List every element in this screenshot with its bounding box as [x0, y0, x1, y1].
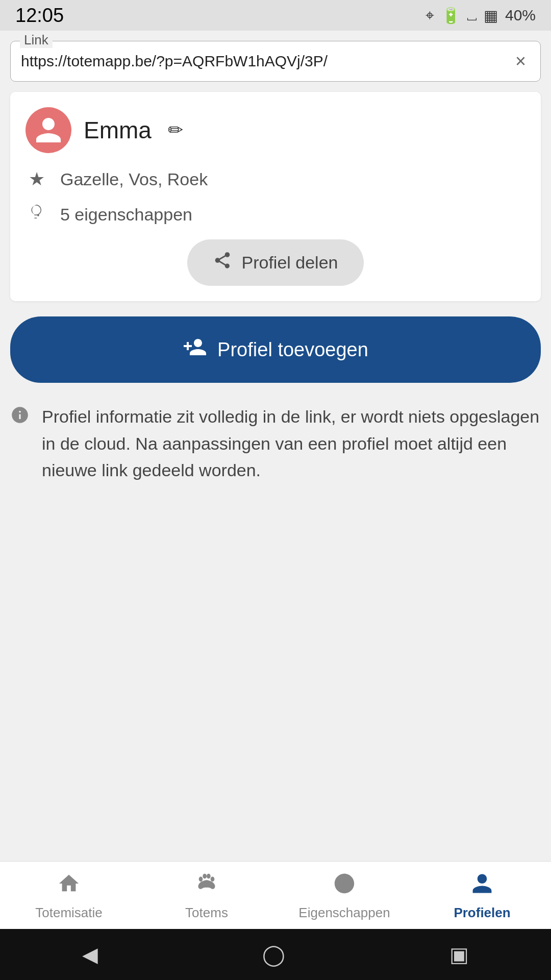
link-clear-button[interactable]: × — [511, 51, 530, 72]
share-icon — [213, 251, 232, 275]
profile-header: Emma ✏ — [26, 107, 525, 153]
link-input-row: https://totemapp.be/?p=AQRFbW1hAQVj/3P/ … — [21, 51, 530, 72]
add-profile-button[interactable]: Profiel toevoegen — [10, 316, 541, 383]
totems-row: ★ Gazelle, Vos, Roek — [26, 168, 525, 190]
back-button[interactable]: ◀ — [82, 943, 98, 966]
link-label: Link — [20, 32, 53, 48]
home-button[interactable]: ◯ — [262, 943, 285, 966]
svg-point-0 — [199, 877, 203, 882]
share-button-label: Profiel delen — [241, 253, 338, 273]
nav-item-profielen[interactable]: Profielen — [413, 872, 551, 921]
add-profile-label: Profiel toevoegen — [217, 339, 368, 361]
nav-label-totems: Totems — [185, 905, 228, 921]
system-nav: ◀ ◯ ▣ — [0, 929, 551, 980]
profile-card: Emma ✏ ★ Gazelle, Vos, Roek 5 eigenschap… — [10, 92, 541, 301]
avatar — [26, 107, 71, 153]
signal-icon: ▦ — [484, 7, 498, 24]
nav-label-totemisatie: Totemisatie — [35, 905, 103, 921]
settings-icon — [333, 872, 356, 901]
main-content: Link https://totemapp.be/?p=AQRFbW1hAQVj… — [0, 41, 551, 484]
svg-point-3 — [211, 877, 215, 882]
home-icon — [57, 872, 81, 901]
add-person-icon — [183, 335, 207, 364]
info-icon — [10, 405, 30, 429]
paw-icon — [195, 872, 218, 901]
recents-button[interactable]: ▣ — [449, 943, 469, 966]
nav-label-profielen: Profielen — [454, 905, 510, 921]
bottom-nav: Totemisatie Totems Eigenschappen — [0, 861, 551, 929]
eigenschappen-row: 5 eigenschappen — [26, 203, 525, 226]
nav-item-eigenschappen[interactable]: Eigenschappen — [276, 872, 413, 921]
share-profile-button[interactable]: Profiel delen — [187, 239, 363, 286]
battery-level: 40% — [505, 7, 536, 24]
nav-item-totemisatie[interactable]: Totemisatie — [0, 872, 138, 921]
vibrate-icon: 🔋 — [441, 7, 460, 24]
status-bar: 12:05 ⌖ 🔋 ⎵ ▦ 40% — [0, 0, 551, 31]
info-section: Profiel informatie zit volledig in de li… — [10, 403, 541, 484]
wifi-icon: ⎵ — [467, 7, 477, 24]
person-icon — [470, 872, 494, 901]
status-time: 12:05 — [15, 5, 64, 27]
status-icons: ⌖ 🔋 ⎵ ▦ 40% — [425, 7, 536, 24]
totems-list: Gazelle, Vos, Roek — [60, 169, 208, 189]
svg-point-1 — [203, 874, 207, 879]
bluetooth-icon: ⌖ — [425, 7, 434, 24]
star-icon: ★ — [26, 168, 48, 190]
eigenschappen-count: 5 eigenschappen — [60, 205, 192, 225]
nav-item-totems[interactable]: Totems — [138, 872, 276, 921]
profile-edit-button[interactable]: ✏ — [164, 119, 187, 141]
link-section: Link https://totemapp.be/?p=AQRFbW1hAQVj… — [10, 41, 541, 82]
brain-icon — [26, 203, 48, 226]
svg-point-2 — [207, 874, 211, 879]
info-text: Profiel informatie zit volledig in de li… — [42, 403, 541, 484]
avatar-icon — [33, 115, 64, 145]
profile-name: Emma — [84, 116, 152, 144]
link-url: https://totemapp.be/?p=AQRFbW1hAQVj/3P/ — [21, 53, 511, 70]
nav-label-eigenschappen: Eigenschappen — [298, 905, 390, 921]
